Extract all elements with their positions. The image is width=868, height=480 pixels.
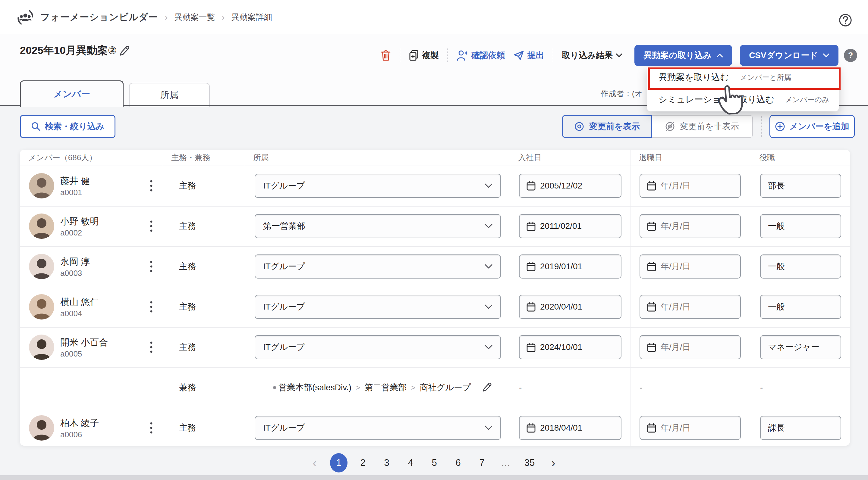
pagination-page-2[interactable]: 2 [354, 453, 371, 473]
role-input[interactable]: 部長 [760, 174, 841, 198]
plan-action-toolbar: 複製 確認依頼 提出 取り込み結果 異動案の取り込み [376, 44, 857, 66]
role-input[interactable]: 一般 [760, 214, 841, 238]
row-menu-button[interactable] [145, 419, 158, 437]
pagination-page-35[interactable]: 35 [521, 453, 538, 473]
hidden-icon [665, 122, 675, 132]
table-row: 柏木 綾子 a0006 主務 ITグループ 2018/04/01 年/月/日 課… [20, 408, 850, 446]
pagination-page-6[interactable]: 6 [450, 453, 467, 473]
join-date-input[interactable]: 2020/04/01 [519, 295, 621, 319]
member-cell: 小野 敏明 a0002 [20, 206, 163, 246]
department-select[interactable]: ITグループ [255, 254, 501, 279]
top-navigation-bar: フォーメーションビルダー › 異動案一覧 › 異動案詳細 [0, 0, 868, 35]
show-before-toggle[interactable]: 変更前を表示 [562, 115, 652, 138]
paper-plane-icon [514, 50, 524, 61]
role-input[interactable]: 一般 [760, 254, 841, 279]
tab-departments[interactable]: 所属 [129, 83, 210, 107]
duty-cell: 主務 [163, 246, 245, 287]
calendar-icon [526, 302, 536, 312]
table-row: 永岡 淳 a0003 主務 ITグループ 2019/01/01 年/月/日 一般 [20, 246, 850, 287]
department-select[interactable]: ITグループ [255, 295, 501, 319]
import-plan-button[interactable]: 異動案の取り込み [634, 45, 732, 66]
kebab-icon [150, 301, 153, 313]
chevron-down-icon [485, 304, 493, 309]
chevron-down-icon [485, 425, 493, 430]
pagination-prev-button[interactable]: ‹ [306, 453, 323, 473]
leave-date-input[interactable]: 年/月/日 [640, 214, 741, 238]
duty-cell: 兼務 [163, 367, 245, 408]
menu-item-import-plan[interactable]: 異動案を取り込む メンバーと所属 [647, 67, 839, 88]
duty-cell: 主務 [163, 287, 245, 327]
toolbar-divider [447, 48, 448, 62]
chevron-right-icon: > [355, 383, 360, 392]
tab-members[interactable]: メンバー [20, 80, 124, 107]
row-menu-button[interactable] [145, 338, 158, 356]
hide-before-toggle[interactable]: 変更前を非表示 [651, 115, 753, 138]
chevron-right-icon: > [411, 383, 415, 392]
join-date-input[interactable]: 2011/02/01 [519, 214, 621, 238]
edit-path-icon[interactable] [481, 382, 492, 393]
join-date-input[interactable]: 2005/12/02 [519, 174, 621, 198]
app-title[interactable]: フォーメーションビルダー [40, 11, 158, 24]
leave-date-input[interactable]: 年/月/日 [640, 295, 741, 319]
help-icon[interactable]: ? [844, 49, 857, 62]
submit-button[interactable]: 提出 [509, 50, 549, 61]
department-select[interactable]: ITグループ [255, 335, 501, 359]
avatar [29, 173, 54, 199]
menu-item-import-simulation[interactable]: シミュレーションを取り込む メンバーのみ [647, 88, 839, 111]
leave-date-input[interactable]: 年/月/日 [640, 254, 741, 279]
leave-date-input[interactable]: 年/月/日 [640, 416, 741, 440]
confirm-request-button[interactable]: 確認依頼 [452, 50, 509, 61]
calendar-icon [526, 423, 536, 433]
calendar-icon [526, 221, 536, 231]
pagination-next-button[interactable]: › [545, 453, 562, 473]
breadcrumb-chevron-icon: › [222, 12, 225, 22]
row-menu-button[interactable] [145, 177, 158, 195]
calendar-icon [647, 262, 656, 272]
join-date-input[interactable]: 2018/04/01 [519, 416, 621, 440]
duty-cell: 主務 [163, 206, 245, 246]
join-date-cell: - [510, 367, 630, 408]
import-result-button[interactable]: 取り込み結果 [558, 50, 627, 61]
duty-cell: 主務 [163, 166, 245, 206]
kebab-icon [150, 180, 153, 192]
role-input[interactable]: マネージャー [760, 335, 841, 359]
pagination-page-4[interactable]: 4 [402, 453, 419, 473]
add-member-button[interactable]: メンバーを追加 [770, 115, 855, 138]
role-input[interactable]: 一般 [760, 295, 841, 319]
leave-date-input[interactable]: 年/月/日 [640, 174, 741, 198]
page-title-band: 2025年10月異動案② 複製 [0, 34, 868, 70]
members-table: メンバー（686人） 主務・兼務 所属 入社日 退職日 役職 藤井 健 a000… [20, 150, 850, 446]
pagination-page-1[interactable]: 1 [330, 453, 347, 473]
department-select[interactable]: ITグループ [255, 416, 501, 440]
duplicate-button[interactable]: 複製 [404, 50, 443, 61]
bottom-edge-strip [0, 475, 868, 480]
pagination-page-5[interactable]: 5 [426, 453, 443, 473]
help-icon[interactable] [838, 13, 852, 27]
search-filter-button[interactable]: 検索・絞り込み [20, 115, 116, 138]
row-menu-button[interactable] [145, 217, 158, 235]
leave-date-input[interactable]: 年/月/日 [640, 335, 741, 359]
csv-download-button[interactable]: CSVダウンロード [740, 45, 838, 66]
row-menu-button[interactable] [145, 258, 158, 276]
pagination-page-3[interactable]: 3 [378, 453, 395, 473]
calendar-icon [647, 423, 656, 433]
member-cell-empty [20, 367, 163, 408]
role-input[interactable]: 課長 [760, 416, 841, 440]
department-select[interactable]: ITグループ [255, 174, 501, 198]
breadcrumb-plan-list[interactable]: 異動案一覧 [175, 12, 215, 23]
delete-button[interactable] [376, 49, 396, 61]
join-date-input[interactable]: 2024/10/01 [519, 335, 621, 359]
table-row: 開米 小百合 a0005 主務 ITグループ 2024/10/01 年/月/日 … [20, 327, 850, 368]
edit-title-icon[interactable] [118, 45, 130, 57]
app-logo-icon [17, 9, 34, 26]
toolbar-divider [553, 48, 553, 62]
department-select[interactable]: 第一営業部 [255, 214, 501, 238]
filter-divider [761, 116, 762, 137]
join-date-input[interactable]: 2019/01/01 [519, 254, 621, 279]
row-menu-button[interactable] [145, 298, 158, 316]
calendar-icon [526, 181, 536, 191]
duplicate-icon [409, 50, 419, 61]
member-cell: 藤井 健 a0001 [20, 166, 163, 206]
member-cell: 開米 小百合 a0005 [20, 327, 163, 367]
pagination-page-7[interactable]: 7 [473, 453, 490, 473]
